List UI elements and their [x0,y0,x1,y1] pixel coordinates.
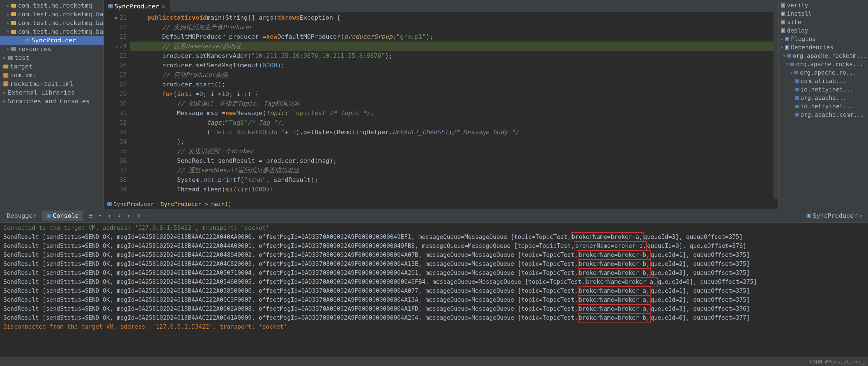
sidebar-item-consumer[interactable]: ▶ com.test.mq.rocketmq.base.consumer [0,19,103,27]
right-item-dep-8[interactable]: org.apache.comr... [778,111,868,119]
code-line-32: tags: "TagB" /* Tag */, [130,118,773,127]
sidebar-item-base[interactable]: ▶ com.test.mq.rocketmq.base [0,10,103,19]
code-line-34: ); [130,137,773,147]
right-item-install[interactable]: ⚙ install [778,9,868,18]
console-line-9: SendResult [sendStatus=SEND_OK, msgId=0A… [3,305,865,313]
warn-marker-24: ⚠ [115,43,118,50]
right-item-deploy[interactable]: ⚙ deploy [778,26,868,35]
code-line-37: // 通过sendResult返回消息是否成功发送 [130,165,773,175]
scrollbar[interactable] [773,12,778,199]
line-num-30: 30 [111,99,127,108]
line-num-34: 34 [111,137,127,147]
sidebar-item-producer[interactable]: ▼ com.test.mq.rocketmq.base.producer [0,27,103,36]
code-line-38: System.out.printf("%s%n", sendResult); [130,175,773,185]
code-line-30: // 创建消息，并指定Topic, Tag和消息体 [130,99,773,108]
sidebar-item-scratches[interactable]: ▶ Scratches and Consoles [0,97,103,105]
sidebar-item-external-libs[interactable]: ▶ External Libraries [0,88,103,97]
bottom-tab-close[interactable]: × [859,212,862,219]
toolbar-list-icon[interactable]: ≡ [144,212,152,220]
sidebar-label: target [10,63,32,70]
close-icon[interactable]: × [162,3,165,10]
tab-console[interactable]: ▷ Console [42,211,83,221]
bottom-tabs: Debugger ▷ Console ☰ ↑ ↓ ⬇ ↕ ⊞ ≡ C SyncP… [0,209,868,222]
line-num-22: 22 [111,23,127,32]
line-num-25: 25 [111,51,127,61]
sidebar-label: com.test.mq.rocketmq.base.consumer [18,19,104,26]
sidebar-item-target[interactable]: target [0,62,103,71]
right-item-dependencies[interactable]: ▼ D Dependencies [778,43,868,52]
console-output: Connected to the target VM, address: '12… [0,222,868,357]
right-item-dep-1[interactable]: ▼ org.apache.rocketm... [778,52,868,60]
sidebar-item-syncproducer[interactable]: C SyncProducer [0,36,103,44]
expand-icon: ▼ [783,54,785,58]
right-label: org.apache... [800,95,846,101]
toolbar-down2-icon[interactable]: ⬇ [115,212,123,220]
right-item-dep-5[interactable]: io.netty:net... [778,85,868,94]
sidebar-label: External Libraries [8,89,74,96]
right-panel: ⚙ verify ⚙ install ⚙ site ⚙ deploy ▶ P P… [778,0,868,209]
line-num-36: 36 [111,156,127,165]
right-item-dep-6[interactable]: org.apache... [778,94,868,102]
expand-icon: ▶ [7,11,9,17]
right-item-dep-7[interactable]: io.netty:net... [778,102,868,111]
sidebar-label: pom.xml [10,71,36,79]
console-disconnected: Disconnected from the target VM, address… [3,323,865,332]
console-line-4: SendResult [sendStatus=SEND_OK, msgId=0A… [3,260,865,269]
line-num-38: 38 [111,175,127,185]
expand-icon: ▼ [790,70,793,75]
line-num-33: 33 [111,127,127,137]
right-label: Plugins [791,36,816,42]
tab-debugger[interactable]: Debugger [2,211,41,221]
status-right: CSDN @Persistence_ [810,359,865,365]
expand-icon: ▼ [781,45,783,50]
editor-tab-syncproducer[interactable]: C SyncProducer × [104,0,170,12]
toolbar-down-icon[interactable]: ↓ [106,212,114,220]
right-label: com.alibab... [800,78,846,85]
right-item-plugins[interactable]: ▶ P Plugins [778,35,868,43]
sidebar-item-iml[interactable]: X rocketmq-test.iml [0,80,103,88]
expand-icon: ▶ [7,3,9,8]
code-lines: public static void main(String[] args) t… [130,12,773,199]
sidebar-item-com-test-mq-rocketmq[interactable]: ▶ com.test.mq.rocketmq [0,1,103,10]
editor-tabs: C SyncProducer × [104,0,778,12]
code-line-25: producer.setNamesrvAddr("10.211.55.10:98… [130,51,773,61]
expand-icon: ▶ [7,46,9,52]
expand-icon: ▶ [3,90,6,95]
breadcrumb-method: SyncProducer > main() [161,201,232,207]
right-label: org.apache.ro... [800,69,857,76]
code-line-29: for (int i = 0; i < 10; i++) { [130,89,773,99]
console-line-2: SendResult [sendStatus=SEND_OK, msgId=0A… [3,242,865,251]
right-item-site[interactable]: ⚙ site [778,18,868,26]
line-num-39: 39 [111,185,127,194]
sidebar-item-pom[interactable]: X pom.xml [0,71,103,80]
sidebar-item-test[interactable]: ▶ test [0,53,103,62]
line-num-24: ⚠ 24 [111,41,127,51]
line-num-35: 35 [111,147,127,156]
line-num-23: 23 [111,32,127,41]
expand-icon: ▶ [781,37,783,41]
sidebar-label: rocketmq-test.iml [10,80,73,87]
right-label: deploy [787,27,808,34]
right-item-verify[interactable]: ⚙ verify [778,1,868,9]
console-line-8: SendResult [sendStatus=SEND_OK, msgId=0A… [3,296,865,305]
sidebar-item-resources[interactable]: ▶ resources [0,44,103,53]
line-num-31: 31 [111,108,127,118]
top-section: ▶ com.test.mq.rocketmq ▶ com.test.mq.roc… [0,0,868,209]
line-num-29: 29 [111,89,127,99]
code-line-31: Message msg = new Message( topic: "Topic… [130,108,773,118]
tab-label: Console [53,212,79,219]
code-line-35: // 发送消息到一个Broker [130,147,773,156]
right-item-dep-4[interactable]: com.alibab... [778,77,868,85]
code-line-28: producer.start(); [130,80,773,89]
left-gutter [104,12,111,199]
code-line-33: ("Hello RocketMQHJW " + i).getBytes(Remo… [130,127,773,137]
sidebar-label: com.test.mq.rocketmq.base [18,11,104,18]
right-item-dep-3[interactable]: ▼ org.apache.ro... [778,68,868,77]
right-item-dep-2[interactable]: ▼ org.apache.rocke... [778,60,868,68]
toolbar-menu-icon[interactable]: ☰ [87,212,95,220]
line-num-37: 37 [111,165,127,175]
toolbar-table-icon[interactable]: ⊞ [134,212,142,220]
toolbar-sort-icon[interactable]: ↕ [125,212,133,220]
toolbar-up-icon[interactable]: ↑ [96,212,104,220]
status-bar: CSDN @Persistence_ [0,357,868,366]
